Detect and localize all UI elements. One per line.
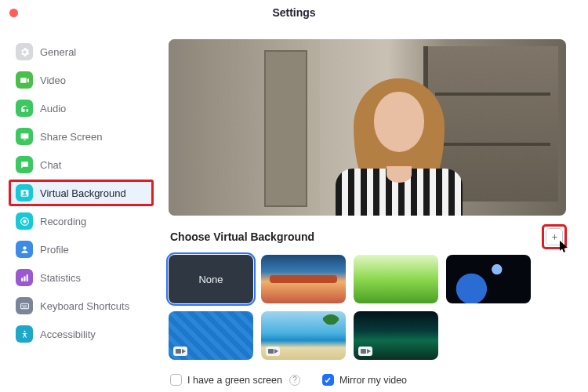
sidebar-item-label: General [40, 46, 76, 58]
svg-rect-6 [24, 276, 25, 281]
sidebar-item-virtual-background[interactable]: Virtual Background [9, 180, 153, 205]
sidebar-item-label: Accessibility [40, 328, 96, 340]
background-option-earth[interactable] [446, 255, 531, 303]
checkbox-icon [322, 374, 334, 386]
sidebar-item-audio[interactable]: Audio [9, 96, 153, 121]
add-background-button[interactable] [546, 228, 563, 245]
video-badge-icon [358, 347, 372, 356]
background-option-bridge[interactable] [261, 255, 346, 303]
sidebar-item-label: Chat [40, 159, 61, 171]
background-option-video-water[interactable] [169, 311, 253, 360]
video-badge-icon [266, 347, 280, 356]
svg-rect-12 [22, 307, 26, 307]
svg-rect-5 [21, 278, 23, 281]
record-icon [16, 212, 33, 230]
annotation-highlight-add [544, 227, 564, 247]
headphones-icon [16, 100, 33, 117]
profile-icon [16, 241, 33, 258]
sidebar-item-label: Share Screen [40, 131, 103, 143]
checkbox-mirror-video[interactable]: Mirror my video [322, 374, 407, 386]
sidebar-item-profile[interactable]: Profile [9, 237, 153, 262]
sidebar-item-label: Video [40, 74, 66, 86]
svg-rect-11 [25, 304, 26, 305]
svg-point-13 [24, 330, 25, 332]
video-badge-icon [173, 347, 187, 356]
sidebar-item-label: Profile [40, 244, 69, 256]
help-icon[interactable]: ? [289, 375, 300, 386]
background-option-video-beach[interactable] [261, 311, 346, 360]
close-window-icon[interactable] [9, 9, 18, 17]
sidebar-item-statistics[interactable]: Statistics [9, 265, 153, 290]
svg-point-3 [23, 220, 26, 223]
section-title: Choose Virtual Background [170, 230, 314, 243]
annotation-highlight-sidebar: Virtual Background [9, 180, 153, 205]
checkbox-icon [170, 374, 182, 386]
sidebar-item-chat[interactable]: Chat [9, 152, 153, 177]
svg-rect-9 [22, 304, 23, 305]
svg-rect-8 [20, 303, 28, 309]
chat-icon [16, 156, 33, 173]
svg-point-4 [23, 246, 26, 249]
checkbox-green-screen[interactable]: I have a green screen ? [170, 374, 300, 386]
background-option-none[interactable]: None [169, 255, 253, 303]
svg-rect-10 [24, 304, 24, 305]
sidebar-item-label: Audio [40, 103, 66, 114]
window-title: Settings [0, 6, 588, 19]
background-option-grass[interactable] [354, 255, 438, 303]
keyboard-icon [16, 297, 33, 314]
stats-icon [16, 269, 33, 286]
gear-icon [16, 43, 33, 60]
svg-rect-7 [26, 274, 27, 281]
sidebar-item-recording[interactable]: Recording [9, 209, 153, 234]
sidebar-item-label: Statistics [40, 272, 81, 284]
thumb-label: None [198, 274, 223, 285]
svg-point-1 [23, 191, 25, 193]
settings-sidebar: General Video Audio Share Screen [0, 25, 161, 392]
sidebar-item-label: Keyboard Shortcuts [40, 300, 129, 312]
sidebar-item-keyboard-shortcuts[interactable]: Keyboard Shortcuts [9, 293, 153, 318]
accessibility-icon [16, 325, 33, 343]
sidebar-item-share-screen[interactable]: Share Screen [9, 124, 153, 149]
sidebar-item-general[interactable]: General [9, 39, 153, 64]
share-screen-icon [16, 128, 33, 145]
video-preview [169, 39, 566, 216]
background-thumbnails: None [169, 255, 566, 360]
sidebar-item-accessibility[interactable]: Accessibility [9, 321, 153, 347]
checkbox-label: Mirror my video [339, 375, 407, 386]
sidebar-item-video[interactable]: Video [9, 67, 153, 93]
checkbox-label: I have a green screen [187, 375, 282, 386]
video-icon [16, 71, 33, 89]
person-card-icon [16, 184, 33, 201]
titlebar: Settings [0, 0, 588, 25]
background-option-video-aurora[interactable] [354, 311, 438, 360]
sidebar-item-label: Recording [40, 216, 86, 227]
sidebar-item-label: Virtual Background [40, 187, 126, 199]
